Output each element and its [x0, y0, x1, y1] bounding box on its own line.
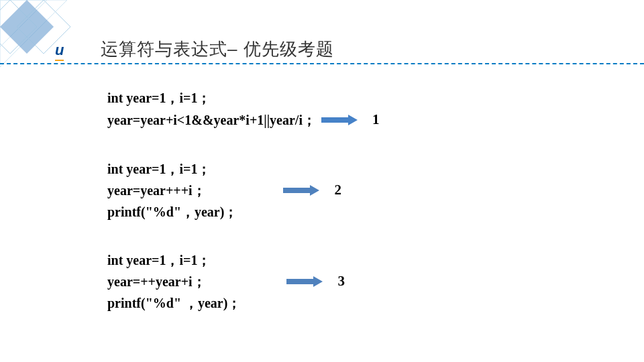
result-value: 2	[334, 179, 341, 202]
example-block-2: int year=1，i=1； year=year+++i； printf("%…	[107, 158, 379, 223]
decor-triangles	[0, 0, 101, 80]
arrow-icon	[321, 116, 362, 124]
code-line: year=year+++i；	[107, 180, 237, 201]
code-line: int year=1，i=1；	[107, 158, 237, 180]
content-area: int year=1，i=1； year=year+i<1&&year*i+1|…	[107, 87, 379, 341]
logo-text: u	[55, 42, 64, 61]
example-block-1: int year=1，i=1； year=year+i<1&&year*i+1|…	[107, 87, 379, 131]
code-line: int year=1，i=1；	[107, 249, 241, 271]
arrow-icon	[286, 278, 327, 286]
arrow-icon	[283, 186, 323, 194]
code-line: year=++year+i；	[107, 271, 241, 292]
code-line: int year=1，i=1；	[107, 87, 379, 109]
example-block-3: int year=1，i=1； year=++year+i； printf("%…	[107, 249, 379, 314]
title-underline	[0, 63, 644, 64]
result-value: 3	[337, 270, 345, 293]
code-line: printf("%d"，year)；	[107, 201, 237, 223]
page-title: 运算符与表达式– 优先级考题	[101, 38, 334, 61]
code-line: year=year+i<1&&year*i+1||year/i；	[107, 109, 316, 131]
result-value: 1	[372, 109, 380, 131]
code-line: printf("%d" ，year)；	[107, 292, 241, 314]
